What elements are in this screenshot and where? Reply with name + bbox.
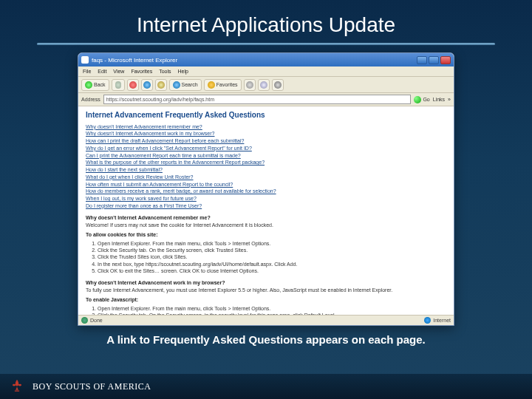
slide-caption: A link to Frequently Asked Questions app… [0, 333, 532, 346]
browser-window: faqs - Microsoft Internet Explorer File … [78, 52, 454, 326]
close-button[interactable] [440, 56, 451, 64]
back-icon [85, 81, 92, 89]
toc-link[interactable]: What do I get when I click Review Unit R… [86, 174, 446, 181]
address-input[interactable]: https://scoutnet.scouting.org/iadv/help/… [103, 95, 412, 104]
favorites-button[interactable]: Favorites [204, 79, 242, 91]
step-item: Click the Trusted Sites icon, click Site… [98, 254, 446, 261]
forward-icon [115, 81, 121, 89]
home-icon [157, 81, 165, 89]
toc-link[interactable]: Why do I get an error when I click "Set … [86, 146, 446, 152]
zone-text: Internet [433, 318, 451, 323]
history-button[interactable] [244, 79, 256, 91]
step-item: Open Internet Explorer. From the main me… [98, 306, 446, 313]
favorites-label: Favorites [216, 82, 238, 87]
print-button[interactable] [272, 79, 284, 91]
section-subhead: To allow cookies for this site: [86, 232, 446, 239]
addressbar: Address https://scoutnet.scouting.org/ia… [78, 93, 454, 106]
section-question: Why doesn't Internet Advancement remembe… [86, 215, 446, 222]
steps-list: Open Internet Explorer. From the main me… [98, 241, 446, 275]
maximize-button[interactable] [429, 56, 439, 64]
step-item: Open Internet Explorer. From the main me… [98, 241, 446, 248]
slide-title: Internet Applications Update [0, 0, 532, 43]
section-intro: Welcome! If users may not save the cooki… [86, 222, 446, 229]
refresh-icon [143, 81, 151, 89]
menu-help[interactable]: Help [178, 69, 188, 74]
back-button[interactable]: Back [81, 79, 109, 91]
menu-view[interactable]: View [113, 69, 124, 74]
go-icon [414, 96, 421, 103]
zone-icon [424, 317, 431, 324]
minimize-button[interactable] [417, 56, 427, 64]
links-label[interactable]: Links [433, 97, 445, 102]
page-content: Internet Advancement Frequently Asked Qu… [78, 106, 454, 315]
star-icon [208, 81, 215, 89]
search-button[interactable]: Search [169, 79, 202, 91]
titlebar: faqs - Microsoft Internet Explorer [78, 53, 454, 66]
toc-link[interactable]: Can I print the Advancement Report each … [86, 153, 446, 160]
brand-text: BOY SCOUTS OF AMERICA [33, 381, 151, 392]
toc-link[interactable]: How often must I submit an Advancement R… [86, 182, 446, 188]
links-chevron[interactable]: » [448, 97, 451, 102]
step-item: In the next box, type https://scoutnet.s… [98, 262, 446, 268]
menu-edit[interactable]: Edit [98, 69, 106, 74]
toc-link[interactable]: Why doesn't Internet Advancement work in… [86, 131, 446, 137]
toolbar: Back Search Favorites [78, 77, 454, 93]
address-label: Address [81, 97, 100, 102]
title-underline [37, 43, 495, 45]
toc-link[interactable]: What is the purpose of the other reports… [86, 160, 446, 166]
menu-file[interactable]: File [83, 69, 91, 74]
statusbar: Done Internet [78, 315, 454, 325]
window-title: faqs - Microsoft Internet Explorer [92, 57, 417, 64]
refresh-button[interactable] [141, 79, 153, 91]
go-label: Go [423, 97, 429, 102]
fleur-de-lis-icon [9, 378, 25, 395]
forward-button[interactable] [112, 79, 125, 91]
toc-link[interactable]: How do I start the next submittal? [86, 167, 446, 174]
toc-link[interactable]: Do I register more than once as a First … [86, 203, 446, 210]
mail-icon [260, 81, 267, 89]
search-label: Search [182, 82, 198, 87]
menu-favorites[interactable]: Favorites [131, 69, 152, 74]
home-button[interactable] [155, 79, 167, 91]
toc-link[interactable]: How can I print the draft Advancement Re… [86, 138, 446, 145]
toc-link[interactable]: When I log out, is my work saved for fut… [86, 196, 446, 202]
menubar: File Edit View Favorites Tools Help [78, 66, 454, 77]
footer: BOY SCOUTS OF AMERICA [0, 374, 532, 399]
stop-icon [129, 81, 137, 89]
mail-button[interactable] [258, 79, 270, 91]
page-heading: Internet Advancement Frequently Asked Qu… [86, 111, 446, 120]
stop-button[interactable] [127, 79, 139, 91]
history-icon [246, 81, 253, 89]
print-icon [274, 81, 282, 89]
ie-icon [81, 56, 89, 64]
go-button[interactable]: Go [414, 96, 429, 103]
section-question: Why doesn't Internet Advancement work in… [86, 280, 446, 287]
search-icon [173, 81, 180, 89]
step-item: Click OK to exit the Sites… screen. Clic… [98, 268, 446, 275]
steps-list: Open Internet Explorer. From the main me… [98, 306, 446, 315]
done-icon [81, 317, 88, 324]
toc-link[interactable]: Why doesn't Internet Advancement remembe… [86, 124, 446, 131]
section-subhead: To enable Javascript: [86, 297, 446, 304]
menu-tools[interactable]: Tools [159, 69, 171, 74]
step-item: Click the Security tab. On the Security … [98, 248, 446, 254]
section-intro: To fully use Internet Advancement, you m… [86, 287, 446, 294]
toc-link[interactable]: How do members receive a rank, merit bad… [86, 188, 446, 195]
status-text: Done [90, 318, 103, 323]
back-label: Back [94, 82, 106, 87]
